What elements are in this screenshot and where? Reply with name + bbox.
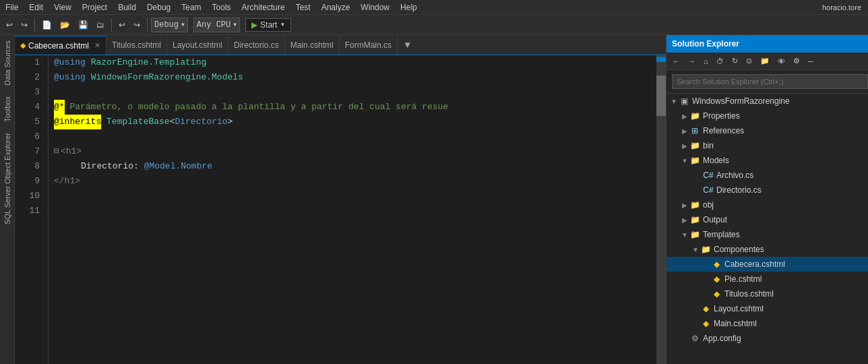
tree-label-bin: bin bbox=[703, 141, 714, 150]
tab-formmain[interactable]: FormMain.cs bbox=[340, 36, 398, 55]
menu-project[interactable]: Project bbox=[77, 1, 113, 13]
tab-bar: ◆ Cabecera.cshtml ✕ Titulos.cshtml Layou… bbox=[15, 35, 666, 55]
code-line-7: ⊟<h1> bbox=[54, 144, 651, 159]
tree-item-obj[interactable]: ▶ 📁 obj bbox=[666, 198, 868, 212]
tree-arrow-bin: ▶ bbox=[680, 142, 689, 150]
se-new-folder-btn[interactable]: 📁 bbox=[757, 55, 773, 67]
tree-item-directoriocs[interactable]: ▶ C# Directorio.cs bbox=[666, 183, 868, 198]
menu-window[interactable]: Window bbox=[355, 1, 395, 13]
solution-explorer: Solution Explorer ← → ⌂ ⏱ ↻ ⊙ 📁 👁 ⚙ ─ ▼ … bbox=[666, 35, 868, 364]
tree-item-properties[interactable]: ▶ 📁 Properties bbox=[666, 109, 868, 123]
se-properties-btn[interactable]: ⚙ bbox=[790, 55, 803, 67]
cshtml-pie-icon: ◆ bbox=[711, 274, 722, 284]
code-line-10 bbox=[54, 189, 651, 204]
tab-main[interactable]: Main.cshtml bbox=[285, 36, 340, 55]
se-search-input[interactable] bbox=[672, 74, 868, 89]
tab-cabecera-label: Cabecera.cshtml bbox=[28, 41, 89, 51]
menu-test[interactable]: Test bbox=[290, 1, 316, 13]
tree-arrow-references: ▶ bbox=[680, 127, 689, 135]
se-forward-btn[interactable]: → bbox=[685, 55, 699, 67]
tab-overflow-btn[interactable]: ▼ bbox=[399, 40, 416, 50]
menu-build[interactable]: Build bbox=[113, 1, 142, 13]
se-tree: ▼ ▣ WindowsFormRazorengine ▶ 📁 Propertie… bbox=[666, 94, 868, 364]
platform-dropdown[interactable]: Any CPU ▼ bbox=[193, 18, 240, 32]
tab-cabecera[interactable]: ◆ Cabecera.cshtml ✕ bbox=[15, 36, 106, 55]
line-numbers: 1 2 3 4 5 6 7 8 9 10 11 bbox=[15, 55, 49, 364]
menu-edit[interactable]: Edit bbox=[24, 1, 49, 13]
toolbar-open-btn[interactable]: 📂 bbox=[57, 18, 73, 32]
tab-directorio[interactable]: Directorio.cs bbox=[228, 36, 285, 55]
menu-view[interactable]: View bbox=[49, 1, 77, 13]
cs-archivo-icon: C# bbox=[703, 170, 714, 181]
tab-main-label: Main.cshtml bbox=[290, 40, 334, 50]
main-area: Data Sources Toolbox SQL Server Object E… bbox=[0, 35, 868, 364]
tree-label-output: Output bbox=[703, 215, 727, 224]
tree-item-models[interactable]: ▼ 📁 Models bbox=[666, 153, 868, 168]
tree-item-archivo[interactable]: ▶ C# Archivo.cs bbox=[666, 168, 868, 183]
tree-item-componentes[interactable]: ▼ 📁 Componentes bbox=[666, 242, 868, 257]
tree-label-directoriocs: Directorio.cs bbox=[716, 185, 762, 195]
side-tab-sql-server[interactable]: SQL Server Object Explorer bbox=[1, 127, 13, 230]
code-line-6 bbox=[54, 129, 651, 144]
menu-help[interactable]: Help bbox=[395, 1, 423, 13]
tree-item-references[interactable]: ▶ ⊞ References bbox=[666, 123, 868, 138]
tree-item-cabecera[interactable]: ▶ ◆ Cabecera.cshtml bbox=[666, 257, 868, 272]
side-tab-data-sources[interactable]: Data Sources bbox=[1, 35, 13, 91]
tree-item-appconfig[interactable]: ▶ ⚙ App.config bbox=[666, 331, 868, 346]
code-line-8: Directorio: @Model.Nombre bbox=[54, 159, 651, 174]
tree-label-models: Models bbox=[703, 156, 729, 165]
debug-config-dropdown[interactable]: Debug ▼ bbox=[151, 18, 188, 32]
platform-label: Any CPU bbox=[197, 20, 230, 30]
se-history-btn[interactable]: ⏱ bbox=[713, 55, 727, 67]
menu-file[interactable]: File bbox=[0, 1, 24, 13]
cshtml-cabecera-icon: ◆ bbox=[711, 259, 722, 270]
tree-item-templates[interactable]: ▼ 📁 Templates bbox=[666, 227, 868, 242]
debug-config-arrow: ▼ bbox=[181, 22, 185, 28]
tree-label-appconfig: App.config bbox=[703, 334, 741, 343]
toolbar-save-btn[interactable]: 💾 bbox=[75, 18, 92, 32]
menu-debug[interactable]: Debug bbox=[142, 1, 176, 13]
tree-item-root[interactable]: ▼ ▣ WindowsFormRazorengine bbox=[666, 94, 868, 109]
references-icon: ⊞ bbox=[689, 125, 700, 136]
tree-item-output[interactable]: ▶ 📁 Output bbox=[666, 212, 868, 227]
tab-titulos-label: Titulos.cshtml bbox=[112, 40, 161, 50]
folder-componentes-icon: 📁 bbox=[700, 244, 711, 255]
tree-item-main[interactable]: ▶ ◆ Main.cshtml bbox=[666, 316, 868, 331]
code-content[interactable]: @using RazorEngine.Templating @using Win… bbox=[49, 55, 656, 364]
toolbar-undo-btn[interactable]: ↩ bbox=[115, 18, 129, 32]
tab-titulos[interactable]: Titulos.cshtml bbox=[106, 36, 167, 55]
menu-architecture[interactable]: Architecture bbox=[237, 1, 290, 13]
tab-cabecera-close[interactable]: ✕ bbox=[94, 41, 100, 50]
code-line-11 bbox=[54, 204, 651, 218]
se-show-all-btn[interactable]: 👁 bbox=[774, 55, 788, 67]
tree-label-pie: Pie.cshtml bbox=[724, 274, 762, 284]
toolbar-back-btn[interactable]: ↩ bbox=[3, 18, 16, 32]
cshtml-main-icon: ◆ bbox=[700, 318, 711, 329]
toolbar-new-btn[interactable]: 📄 bbox=[38, 18, 55, 32]
se-home-btn[interactable]: ⌂ bbox=[700, 55, 712, 67]
menu-team[interactable]: Team bbox=[176, 1, 206, 13]
toolbar-saveall-btn[interactable]: 🗂 bbox=[93, 18, 108, 32]
se-track-btn[interactable]: ⊙ bbox=[743, 55, 755, 67]
se-refresh-btn[interactable]: ↻ bbox=[728, 55, 741, 67]
scroll-bar-vertical[interactable] bbox=[656, 55, 666, 364]
tab-formmain-label: FormMain.cs bbox=[345, 40, 392, 50]
toolbar-forward-btn[interactable]: ↪ bbox=[18, 18, 31, 32]
side-tab-toolbox[interactable]: Toolbox bbox=[1, 91, 13, 127]
tree-item-pie[interactable]: ▶ ◆ Pie.cshtml bbox=[666, 272, 868, 286]
tree-label-root: WindowsFormRazorengine bbox=[692, 96, 790, 106]
tree-item-titulos[interactable]: ▶ ◆ Titulos.cshtml bbox=[666, 286, 868, 301]
scroll-thumb[interactable] bbox=[656, 75, 666, 116]
tab-layout[interactable]: Layout.cshtml bbox=[167, 36, 228, 55]
menu-analyze[interactable]: Analyze bbox=[316, 1, 356, 13]
solution-explorer-title: Solution Explorer bbox=[672, 39, 739, 49]
tree-item-layout[interactable]: ▶ ◆ Layout.cshtml bbox=[666, 301, 868, 316]
toolbar-redo-btn[interactable]: ↪ bbox=[130, 18, 144, 32]
toolbar: ↩ ↪ 📄 📂 💾 🗂 ↩ ↪ Debug ▼ Any CPU ▼ ▶ Star… bbox=[0, 15, 868, 35]
menu-tools[interactable]: Tools bbox=[207, 1, 237, 13]
tree-label-templates: Templates bbox=[703, 230, 740, 239]
se-back-btn[interactable]: ← bbox=[669, 55, 683, 67]
tree-item-bin[interactable]: ▶ 📁 bin bbox=[666, 138, 868, 153]
start-button[interactable]: ▶ Start ▼ bbox=[245, 18, 291, 32]
se-collapse-btn[interactable]: ─ bbox=[805, 55, 817, 67]
